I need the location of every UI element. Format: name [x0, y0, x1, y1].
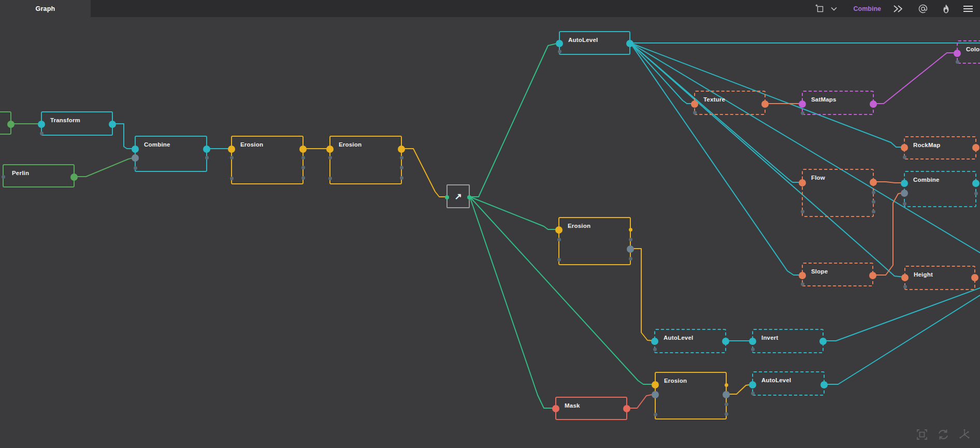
wire-flow-to-combine-2[interactable] — [874, 182, 904, 183]
input-port[interactable] — [799, 100, 806, 108]
output-port[interactable] — [299, 146, 307, 153]
output-port[interactable] — [205, 156, 209, 160]
tab-graph[interactable]: Graph — [0, 0, 91, 17]
flame-icon[interactable] — [942, 0, 950, 17]
input-port[interactable] — [954, 50, 961, 57]
output-port[interactable] — [626, 40, 633, 47]
input-port[interactable] — [555, 226, 563, 234]
wire-erosion-2-to-portal[interactable] — [402, 149, 446, 197]
output-port[interactable] — [627, 245, 634, 253]
node-erosion-1[interactable]: Erosion — [231, 136, 304, 184]
menu-icon[interactable] — [963, 0, 973, 17]
add-frame-icon[interactable] — [815, 0, 825, 17]
input-port[interactable] — [749, 338, 756, 345]
output-port[interactable] — [400, 176, 403, 180]
node-height[interactable]: Height — [904, 266, 975, 290]
input-port[interactable] — [751, 392, 755, 395]
wire-mask-to-erosion-4[interactable] — [627, 394, 655, 408]
output-port[interactable] — [400, 166, 403, 169]
output-port[interactable] — [629, 238, 632, 241]
output-port[interactable] — [869, 272, 876, 279]
input-port[interactable] — [901, 180, 908, 187]
node-transform[interactable]: Transform — [41, 111, 113, 136]
node-portal[interactable]: ↗ — [446, 184, 470, 208]
input-port[interactable] — [134, 166, 137, 170]
output-port[interactable] — [109, 121, 116, 128]
input-port[interactable] — [691, 100, 698, 108]
input-port[interactable] — [556, 40, 563, 47]
chevron-down-icon[interactable] — [831, 0, 837, 17]
input-port[interactable] — [652, 391, 659, 398]
wire-portal-to-erosion-3[interactable] — [470, 197, 558, 229]
input-port[interactable] — [956, 60, 959, 64]
input-port[interactable] — [901, 274, 909, 281]
wire-autolevel-3-to-edge-right[interactable] — [825, 295, 980, 384]
wire-transform-to-combine-1[interactable] — [113, 124, 135, 149]
output-port[interactable] — [723, 391, 730, 398]
input-port[interactable] — [132, 154, 139, 162]
output-port[interactable] — [761, 100, 769, 108]
wire-perlin-to-combine-1[interactable] — [75, 157, 135, 177]
input-port[interactable] — [552, 405, 559, 412]
input-port[interactable] — [799, 179, 806, 186]
output-port[interactable] — [820, 381, 828, 388]
output-port[interactable] — [301, 166, 305, 169]
output-port[interactable] — [725, 402, 728, 406]
output-port[interactable] — [398, 146, 405, 153]
wire-satmaps-to-color[interactable] — [874, 53, 957, 104]
input-port[interactable] — [558, 50, 561, 53]
output-port[interactable] — [70, 174, 78, 181]
input-port[interactable] — [230, 156, 234, 160]
input-port[interactable] — [693, 111, 697, 114]
wire-portal-to-autolevel-1[interactable] — [470, 43, 559, 197]
output-port[interactable] — [972, 144, 979, 151]
input-port[interactable] — [557, 258, 561, 262]
input-port[interactable] — [903, 285, 907, 288]
output-port[interactable] — [725, 383, 728, 387]
node-invert[interactable]: Invert — [752, 329, 824, 353]
wire-erosion-4-to-autolevel-3[interactable] — [727, 384, 752, 394]
node-slope[interactable]: Slope — [802, 263, 873, 286]
output-port[interactable] — [870, 179, 877, 186]
node-autolevel-2[interactable]: AutoLevel — [654, 329, 726, 353]
wire-portal-to-mask[interactable] — [470, 197, 555, 408]
node-mask[interactable]: Mask — [555, 397, 627, 420]
input-port[interactable] — [557, 238, 561, 241]
selected-node-name[interactable]: Combine — [854, 0, 881, 17]
input-port[interactable] — [801, 111, 804, 115]
output-port[interactable] — [629, 228, 632, 232]
node-satmaps[interactable]: SatMaps — [802, 91, 874, 115]
output-port[interactable] — [301, 176, 305, 180]
input-port[interactable] — [40, 132, 44, 135]
node-perlin[interactable]: Perlin — [3, 164, 75, 187]
node-texture[interactable]: Texture — [694, 91, 766, 115]
output-port[interactable] — [974, 192, 978, 195]
input-port[interactable] — [903, 202, 906, 206]
output-port[interactable] — [870, 100, 877, 108]
output-port[interactable] — [872, 210, 875, 213]
input-port[interactable] — [901, 144, 908, 151]
input-port[interactable] — [651, 338, 658, 345]
input-port[interactable] — [445, 195, 449, 199]
output-port[interactable] — [971, 274, 978, 281]
wire-invert-to-edge-right[interactable] — [824, 288, 980, 341]
input-port[interactable] — [801, 282, 804, 286]
output-port[interactable] — [819, 338, 827, 345]
input-port[interactable] — [328, 177, 332, 180]
node-erosion-2[interactable]: Erosion — [329, 136, 402, 184]
node-flow[interactable]: Flow — [802, 169, 874, 217]
input-port[interactable] — [901, 190, 908, 197]
output-port[interactable] — [301, 156, 305, 160]
wire-autolevel-1-to-slope[interactable] — [630, 43, 802, 275]
output-port[interactable] — [467, 195, 471, 199]
node-autolevel-3[interactable]: AutoLevel — [752, 371, 825, 396]
input-port[interactable] — [751, 348, 755, 351]
mention-icon[interactable] — [918, 0, 928, 17]
output-port[interactable] — [623, 405, 630, 412]
wire-erosion-3-to-autolevel-2[interactable] — [631, 249, 654, 341]
node-stub-left[interactable] — [0, 111, 11, 135]
node-erosion-3[interactable]: Erosion — [558, 217, 631, 265]
output-port[interactable] — [7, 121, 15, 128]
input-port[interactable] — [132, 146, 139, 153]
fit-view-icon[interactable] — [916, 428, 928, 441]
